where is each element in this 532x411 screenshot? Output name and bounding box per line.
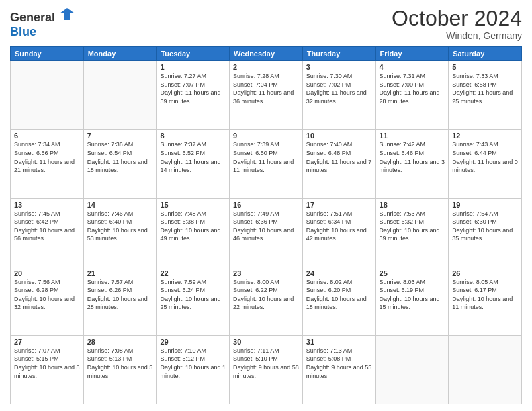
day-number: 4 [380,63,445,71]
header: General Blue October 2024 Winden, German… [10,7,522,41]
calendar-cell: 24Sunrise: 8:02 AMSunset: 6:20 PMDayligh… [302,267,375,335]
calendar-cell: 29Sunrise: 7:10 AMSunset: 5:12 PMDayligh… [157,335,230,404]
calendar-cell: 28Sunrise: 7:08 AMSunset: 5:13 PMDayligh… [83,335,157,404]
day-number: 31 [306,338,372,346]
day-header-tuesday: Tuesday [157,47,230,61]
day-number: 12 [452,132,518,140]
day-info: Sunrise: 7:59 AMSunset: 6:24 PMDaylight:… [160,278,226,312]
day-info: Sunrise: 7:39 AMSunset: 6:50 PMDaylight:… [233,140,299,174]
day-number: 29 [160,338,226,346]
day-info: Sunrise: 7:48 AMSunset: 6:38 PMDaylight:… [160,210,226,243]
day-info: Sunrise: 7:07 AMSunset: 5:15 PMDaylight:… [14,347,80,380]
day-number: 7 [87,132,153,140]
calendar-cell: 15Sunrise: 7:48 AMSunset: 6:38 PMDayligh… [157,198,230,267]
week-row-3: 13Sunrise: 7:45 AMSunset: 6:42 PMDayligh… [11,198,522,267]
logo-general: General [10,11,55,24]
calendar-cell: 10Sunrise: 7:40 AMSunset: 6:48 PMDayligh… [302,130,375,198]
day-info: Sunrise: 7:13 AMSunset: 5:08 PMDaylight:… [306,347,372,380]
calendar-cell [83,61,157,130]
day-info: Sunrise: 7:42 AMSunset: 6:46 PMDaylight:… [380,140,445,174]
day-number: 5 [452,63,518,71]
calendar-cell [11,61,84,130]
day-header-saturday: Saturday [449,47,522,61]
day-number: 18 [380,201,445,209]
calendar-cell: 6Sunrise: 7:34 AMSunset: 6:56 PMDaylight… [11,130,84,198]
day-header-thursday: Thursday [302,47,375,61]
day-info: Sunrise: 7:46 AMSunset: 6:40 PMDaylight:… [87,210,153,243]
page: General Blue October 2024 Winden, German… [0,0,532,411]
day-info: Sunrise: 7:57 AMSunset: 6:26 PMDaylight:… [87,278,153,312]
month-title: October 2024 [392,7,522,30]
day-info: Sunrise: 7:45 AMSunset: 6:42 PMDaylight:… [14,210,80,243]
calendar-cell: 27Sunrise: 7:07 AMSunset: 5:15 PMDayligh… [11,335,84,404]
day-number: 19 [452,201,518,209]
day-info: Sunrise: 8:03 AMSunset: 6:19 PMDaylight:… [380,278,445,312]
logo-bird-icon [60,7,75,21]
day-info: Sunrise: 7:53 AMSunset: 6:32 PMDaylight:… [380,210,445,243]
day-info: Sunrise: 8:02 AMSunset: 6:20 PMDaylight:… [306,278,372,312]
calendar-cell: 25Sunrise: 8:03 AMSunset: 6:19 PMDayligh… [375,267,449,335]
calendar-cell [449,335,522,404]
day-number: 21 [87,269,153,277]
day-info: Sunrise: 7:08 AMSunset: 5:13 PMDaylight:… [87,347,153,380]
day-info: Sunrise: 7:11 AMSunset: 5:10 PMDaylight:… [233,347,299,380]
calendar-cell: 5Sunrise: 7:33 AMSunset: 6:58 PMDaylight… [449,61,522,130]
calendar-cell: 20Sunrise: 7:56 AMSunset: 6:28 PMDayligh… [11,267,84,335]
day-number: 20 [14,269,80,277]
calendar-cell: 3Sunrise: 7:30 AMSunset: 7:02 PMDaylight… [302,61,375,130]
week-row-1: 1Sunrise: 7:27 AMSunset: 7:07 PMDaylight… [11,61,522,130]
week-row-4: 20Sunrise: 7:56 AMSunset: 6:28 PMDayligh… [11,267,522,335]
day-info: Sunrise: 7:49 AMSunset: 6:36 PMDaylight:… [233,210,299,243]
day-info: Sunrise: 7:34 AMSunset: 6:56 PMDaylight:… [14,140,80,174]
calendar-cell: 21Sunrise: 7:57 AMSunset: 6:26 PMDayligh… [83,267,157,335]
day-number: 15 [160,201,226,209]
day-number: 28 [87,338,153,346]
calendar-cell: 7Sunrise: 7:36 AMSunset: 6:54 PMDaylight… [83,130,157,198]
day-info: Sunrise: 7:10 AMSunset: 5:12 PMDaylight:… [160,347,226,380]
title-block: October 2024 Winden, Germany [392,7,522,41]
day-number: 25 [380,269,445,277]
day-info: Sunrise: 7:54 AMSunset: 6:30 PMDaylight:… [452,210,518,243]
calendar-cell: 16Sunrise: 7:49 AMSunset: 6:36 PMDayligh… [230,198,303,267]
day-number: 27 [14,338,80,346]
calendar-cell: 26Sunrise: 8:05 AMSunset: 6:17 PMDayligh… [449,267,522,335]
day-info: Sunrise: 7:33 AMSunset: 6:58 PMDaylight:… [452,72,518,105]
day-number: 22 [160,269,226,277]
header-row: SundayMondayTuesdayWednesdayThursdayFrid… [11,47,522,61]
day-info: Sunrise: 7:43 AMSunset: 6:44 PMDaylight:… [452,140,518,174]
day-number: 13 [14,201,80,209]
day-info: Sunrise: 8:00 AMSunset: 6:22 PMDaylight:… [233,278,299,312]
calendar-cell: 22Sunrise: 7:59 AMSunset: 6:24 PMDayligh… [157,267,230,335]
day-number: 23 [233,269,299,277]
day-header-sunday: Sunday [11,47,84,61]
day-header-monday: Monday [83,47,157,61]
day-info: Sunrise: 7:40 AMSunset: 6:48 PMDaylight:… [306,140,372,174]
calendar-cell: 17Sunrise: 7:51 AMSunset: 6:34 PMDayligh… [302,198,375,267]
day-number: 2 [233,63,299,71]
day-info: Sunrise: 7:28 AMSunset: 7:04 PMDaylight:… [233,72,299,105]
calendar-cell: 1Sunrise: 7:27 AMSunset: 7:07 PMDaylight… [157,61,230,130]
day-header-wednesday: Wednesday [230,47,303,61]
calendar-cell: 2Sunrise: 7:28 AMSunset: 7:04 PMDaylight… [230,61,303,130]
day-number: 11 [380,132,445,140]
day-number: 8 [160,132,226,140]
calendar-cell: 8Sunrise: 7:37 AMSunset: 6:52 PMDaylight… [157,130,230,198]
calendar-cell: 18Sunrise: 7:53 AMSunset: 6:32 PMDayligh… [375,198,449,267]
calendar-cell: 13Sunrise: 7:45 AMSunset: 6:42 PMDayligh… [11,198,84,267]
location-title: Winden, Germany [392,30,522,41]
week-row-2: 6Sunrise: 7:34 AMSunset: 6:56 PMDaylight… [11,130,522,198]
calendar-cell: 31Sunrise: 7:13 AMSunset: 5:08 PMDayligh… [302,335,375,404]
calendar-cell: 9Sunrise: 7:39 AMSunset: 6:50 PMDaylight… [230,130,303,198]
calendar-cell [375,335,449,404]
day-number: 16 [233,201,299,209]
logo: General Blue [10,7,75,39]
day-number: 1 [160,63,226,71]
day-info: Sunrise: 7:30 AMSunset: 7:02 PMDaylight:… [306,72,372,105]
day-info: Sunrise: 8:05 AMSunset: 6:17 PMDaylight:… [452,278,518,312]
logo-text: General Blue [10,7,75,39]
calendar-table: SundayMondayTuesdayWednesdayThursdayFrid… [10,46,522,404]
calendar-cell: 12Sunrise: 7:43 AMSunset: 6:44 PMDayligh… [449,130,522,198]
calendar-cell: 11Sunrise: 7:42 AMSunset: 6:46 PMDayligh… [375,130,449,198]
day-header-friday: Friday [375,47,449,61]
day-number: 30 [233,338,299,346]
